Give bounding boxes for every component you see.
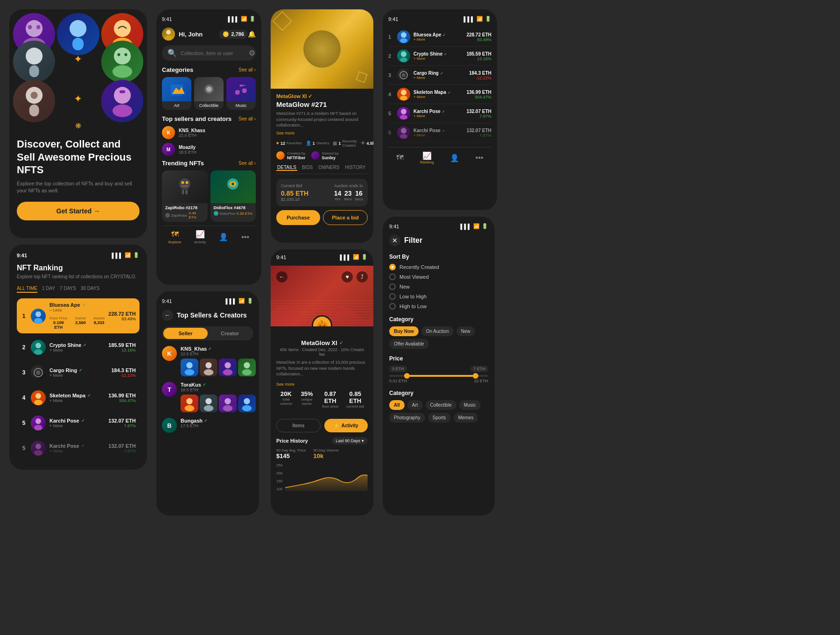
nav-more[interactable]: ••• [241,233,249,241]
range-handle-left[interactable] [404,373,410,379]
chip-buy-now[interactable]: Buy Now [389,326,419,336]
sort-recently-created[interactable]: Recently Created [389,264,488,270]
chip-music[interactable]: Music [459,400,481,410]
place-bid-button[interactable]: Place a bid [323,210,368,225]
back-button[interactable]: ← [162,310,173,321]
tab-details[interactable]: DETAILS [276,165,297,171]
filter-close-button[interactable]: ✕ [389,235,400,246]
trending-didioflox[interactable]: DidioFlox #4678 DidioFlox 0.39 ETH [210,170,256,222]
heart-nav-icon[interactable]: ♥ [342,271,353,282]
rank-item-5[interactable]: 5 Karchi Pose ✓ + More 132.07 ETH 7.87% [17,412,140,434]
nav-explore[interactable]: 🗺 Explore [168,230,181,244]
toggle-creator[interactable]: Creator [208,328,252,339]
sort-most-viewed[interactable]: Most Viewed [389,274,488,280]
sort-new[interactable]: New [389,283,488,290]
owned-by: Owned by Sunley [311,151,339,160]
sidebar-rank-5[interactable]: 5 Karchi Pose ✓ + More 132.07 ETH 7.87% [388,104,491,123]
see-more-link[interactable]: See more [276,131,368,135]
sort-high-low[interactable]: High to Low [389,303,488,310]
chip-memes[interactable]: Memes [454,413,478,423]
nav-more-2[interactable]: ••• [476,154,483,162]
rank-item-2[interactable]: 2 Crypto Shine ✓ + More 185.59 ETH 13.16… [17,336,140,359]
ph-period-selector[interactable]: Last 90 Days ▾ [332,437,368,444]
trending-zapirobo[interactable]: ZapiRobo #2178 ZapiRobo 0.49 ETH [162,170,208,222]
share-nav-icon[interactable]: ⤴ [357,271,368,282]
range-handle-right[interactable] [473,373,478,379]
seller-kns[interactable]: K KNS_Khass 22.5 ETH [162,126,256,139]
back-nav-icon[interactable]: ← [276,271,287,282]
svg-point-59 [224,398,231,404]
nft-thumb-7[interactable] [101,80,143,122]
hero-subtitle: Explore the top collection of NFTs and b… [17,180,140,195]
svg-point-61 [244,398,250,404]
chip-new[interactable]: New [456,326,475,336]
coll-stat-floor: 0.87 ETH floor price [318,390,343,409]
time-tab-1day[interactable]: 1 DAY [42,285,55,293]
nav-profile[interactable]: 👤 [219,233,228,241]
topsellers-see-all[interactable]: See all › [238,116,256,121]
items-button[interactable]: Items [276,419,321,432]
sidebar-rank-3[interactable]: 3 Cargo Ring ✓ + More 184.3 ETH -12.22% [388,66,491,85]
collection-see-more[interactable]: See more [276,382,368,387]
seller-info-kns: KNS_Khass 22.5 ETH [179,128,256,138]
svg-point-18 [112,105,132,117]
rank-item-4[interactable]: 4 Skeleton Mapa ✓ + More 136.99 ETH 504.… [17,387,140,409]
time-tab-alltime[interactable]: ALL TIME [17,285,37,293]
nft-thumb-4[interactable] [13,41,55,83]
time-tab-7days[interactable]: 7 DAYS [60,285,76,293]
nav-map[interactable]: 🗺 [396,154,404,162]
nav-ranking[interactable]: 📈 Ranking [420,151,434,164]
sidebar-bottom-nav: 🗺 📈 Ranking 👤 ••• [388,147,491,164]
seller-moazily[interactable]: M Moazily 18.5 ETH [162,143,256,156]
seller-kns-card[interactable]: K KNS_Khas ✓ 22.5 ETH [162,346,253,376]
nav-activity[interactable]: 📈 Activity [194,230,206,244]
cat-music[interactable]: Music [226,77,256,110]
nft-thumb-5[interactable] [101,41,143,83]
notification-icon[interactable]: 🔔 [248,30,256,38]
cat-art[interactable]: Art [162,77,191,110]
search-bar[interactable]: 🔍 ⚙ [162,45,256,61]
chip-on-auction[interactable]: On Auction [421,326,454,336]
radio-high-low[interactable] [389,303,396,310]
search-input[interactable] [181,50,245,56]
rank-item-3[interactable]: 3 Cargo Ring ✓ + More 184.3 ETH -12.22% [17,361,140,384]
tab-owners[interactable]: OWNERS [317,165,340,171]
ranking-subtitle: Explore top NFT ranking list of collecti… [17,274,140,279]
seller-bungash-card[interactable]: B Bungash ✓ 17.5 ETH [162,418,253,433]
panel-ranking-sidebar: 9:41 ▌▌▌📶🔋 1 Bluesea Ape ✓ + More 228.72… [383,9,497,210]
nav-profile-2[interactable]: 👤 [450,154,459,162]
radio-most-viewed[interactable] [389,274,396,280]
chip-photography[interactable]: Photography [389,413,425,423]
radio-low-high[interactable] [389,293,396,300]
svg-point-71 [401,109,406,114]
nft-thumb-6[interactable] [13,80,55,122]
chip-art[interactable]: Art [407,400,423,410]
activity-button[interactable]: ⚡ Activity [324,419,368,432]
chip-all[interactable]: All [389,400,405,410]
tab-history[interactable]: HISTORY [344,165,366,171]
radio-recently-created[interactable] [389,264,396,270]
categories-see-all[interactable]: See all › [238,67,256,72]
rank-item-6[interactable]: 5 Karchi Pose ✓ + More 132.07 ETH 7.87% [17,437,140,459]
tab-bids[interactable]: BIDS [301,165,314,171]
sort-low-high[interactable]: Low to High [389,293,488,300]
get-started-button[interactable]: Get Started → [17,202,140,220]
sidebar-rank-1[interactable]: 1 Bluesea Ape ✓ + More 228.72 ETH 83.49% [388,28,491,47]
chip-collectible[interactable]: Collectible [426,400,456,410]
sidebar-rank-4[interactable]: 4 Skeleton Mapa ✓ + More 136.99 ETH 504.… [388,85,491,104]
purchase-button[interactable]: Purchase [276,210,320,225]
sidebar-rank-2[interactable]: 2 Crypto Shine ✓ + More 185.59 ETH 13.16… [388,47,491,66]
time-tab-30days[interactable]: 30 DAYS [81,285,99,293]
filter-icon[interactable]: ⚙ [249,49,255,57]
chip-sports[interactable]: Sports [428,413,451,423]
trending-see-all[interactable]: See all › [238,161,256,166]
radio-new[interactable] [389,283,396,290]
sidebar-rank-6[interactable]: 5 Karchi Pose ✓ + More 132.07 ETH 7.87% [388,123,491,142]
toggle-seller[interactable]: Seller [163,328,208,339]
seller-torakus-card[interactable]: T ToraKus ✓ 18.5 ETH [162,382,253,412]
cat-collectible[interactable]: Collectible [194,77,224,110]
price-range-slider[interactable] [389,375,488,377]
auction-time: Auction ends in 14 Hrs 23 Mins 1 [334,183,363,202]
chip-offer-available[interactable]: Offer Available [389,339,429,349]
rank-item-1[interactable]: 1 Bluesea Ape ✓ – Less Floor Price0.109 … [17,298,140,333]
